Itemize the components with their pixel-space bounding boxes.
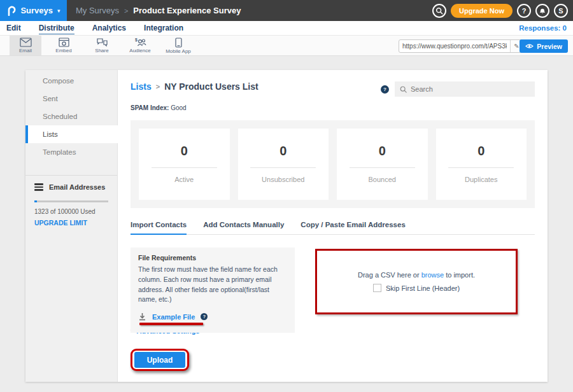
nav-analytics[interactable]: Analytics [92,22,126,34]
tab-add-contacts-manually[interactable]: Add Contacts Manually [203,221,284,234]
sidebar-item-compose[interactable]: Compose [25,72,117,90]
usage-progress-fill [34,200,37,202]
sidebar-item-scheduled[interactable]: Scheduled [25,108,117,125]
skip-first-line-row: Skip First Line (Header) [373,284,460,292]
skip-first-line-checkbox[interactable] [373,284,381,292]
method-label: Share [95,48,108,53]
stat-card-duplicates[interactable]: 0 Duplicates [436,129,527,200]
tab-copy-paste-email-addresses[interactable]: Copy / Paste Email Addresses [301,221,405,234]
method-embed[interactable]: Embed [48,36,80,55]
upgrade-limit-link[interactable]: UPGRADE LIMIT [34,219,108,227]
survey-url-field: ✎ [399,39,523,53]
method-label: Email [19,48,32,53]
search-input[interactable] [411,85,530,93]
stat-value: 0 [139,144,230,158]
divider [350,167,415,168]
email-addresses-label: Email Addresses [49,183,105,191]
eye-icon [525,43,534,49]
stat-label: Bounced [337,176,428,183]
example-file-row: Example File ? [138,312,287,321]
sidebar-item-sent[interactable]: Sent [25,90,117,108]
contacts-tabs: Import Contacts Add Contacts Manually Co… [131,221,535,235]
embed-window-icon [59,38,69,47]
nav-distribute[interactable]: Distribute [39,22,74,34]
email-sidebar: Compose Sent Scheduled Lists Templates E… [25,70,118,382]
questionpro-logo-icon [6,5,16,16]
file-requirements-title: File Requirements [138,254,287,262]
file-requirements-box: File Requirements The first row must hav… [131,248,295,333]
search-icon [400,86,407,93]
method-audience[interactable]: $ Audience [124,36,156,55]
questionpro-app: Surveys ▾ My Surveys > Product Experienc… [0,0,573,392]
page-title: Product Experience Survey [133,6,241,15]
red-annotation-box: Upload [131,349,189,371]
stat-label: Duplicates [436,176,527,183]
help-icon[interactable]: ? [381,85,389,94]
upload-button[interactable]: Upload [134,352,185,368]
method-email[interactable]: Email [10,36,41,55]
nav-integration[interactable]: Integration [144,22,183,34]
chevron-down-icon: ▾ [57,8,60,14]
email-distribution-panel: Compose Sent Scheduled Lists Templates E… [25,70,548,382]
stat-card-bounced[interactable]: 0 Bounced [337,129,428,200]
sidebar-item-templates[interactable]: Templates [25,143,117,161]
header-actions: Upgrade Now ? S [432,0,568,21]
help-icon[interactable]: ? [517,4,531,18]
share-bubbles-icon [96,38,108,47]
product-switcher[interactable]: Surveys ▾ [0,0,67,21]
breadcrumb-separator: > [124,7,128,15]
file-requirements-body: The first row must have the field name f… [138,265,287,305]
method-label: Audience [129,48,150,53]
list-icon [34,183,43,191]
breadcrumb-lists-link[interactable]: Lists [131,81,152,92]
list-stats-strip: 0 Active 0 Unsubscribed 0 Bounced 0 [131,120,535,208]
stat-label: Unsubscribed [238,176,329,183]
method-label: Mobile App [166,48,191,54]
breadcrumb-my-surveys[interactable]: My Surveys [76,6,119,15]
stat-value: 0 [436,144,527,158]
svg-text:$: $ [135,38,138,43]
usage-progress-bar [34,200,108,202]
nav-edit[interactable]: Edit [6,22,21,34]
download-icon [138,312,146,321]
email-addresses-section: Email Addresses 1323 of 100000 Used UPGR… [25,176,117,234]
stat-card-unsubscribed[interactable]: 0 Unsubscribed [238,129,329,200]
tab-import-contacts[interactable]: Import Contacts [131,221,187,235]
email-envelope-icon [20,38,32,47]
survey-nav: Edit Distribute Analytics Integration Re… [0,21,573,35]
dropzone-text-before: Drag a CSV here or [358,271,421,279]
search-icon[interactable] [432,4,446,18]
csv-dropzone-annotated[interactable]: Drag a CSV here or browse to import. Ski… [315,249,518,314]
stat-value: 0 [238,144,329,158]
list-name: NY Product Users List [164,81,258,92]
distribute-toolbar: Email Embed Share $ Audience Mobile App … [0,35,573,56]
breadcrumb-separator: > [156,83,160,90]
browse-link[interactable]: browse [421,271,444,279]
help-icon[interactable]: ? [201,313,208,320]
upgrade-now-button[interactable]: Upgrade Now [451,4,513,18]
email-sidebar-items: Compose Sent Scheduled Lists Templates [25,70,117,161]
stat-card-active[interactable]: 0 Active [139,129,230,200]
spam-index-value: Good [171,104,186,111]
divider [152,167,217,168]
top-header-bar: Surveys ▾ My Surveys > Product Experienc… [0,0,573,21]
method-share[interactable]: Share [86,36,118,55]
preview-label: Preview [537,43,562,50]
divider [250,167,316,168]
divider [448,167,514,168]
product-label: Surveys [20,6,53,15]
contact-search-box[interactable] [395,81,535,97]
method-label: Embed [55,48,71,53]
example-file-link[interactable]: Example File [152,313,195,321]
responses-count[interactable]: Responses: 0 [519,24,567,32]
notifications-bell-icon[interactable] [535,4,549,18]
stat-label: Active [139,176,230,183]
avatar[interactable]: S [554,4,568,18]
audience-people-icon: $ [134,38,146,47]
import-contacts-panel: File Requirements The first row must hav… [131,248,535,318]
method-mobile-app[interactable]: Mobile App [162,36,194,55]
sidebar-item-lists[interactable]: Lists [25,125,118,143]
mobile-phone-icon [175,38,182,48]
survey-url-input[interactable] [399,43,510,50]
preview-button[interactable]: Preview [520,39,568,53]
